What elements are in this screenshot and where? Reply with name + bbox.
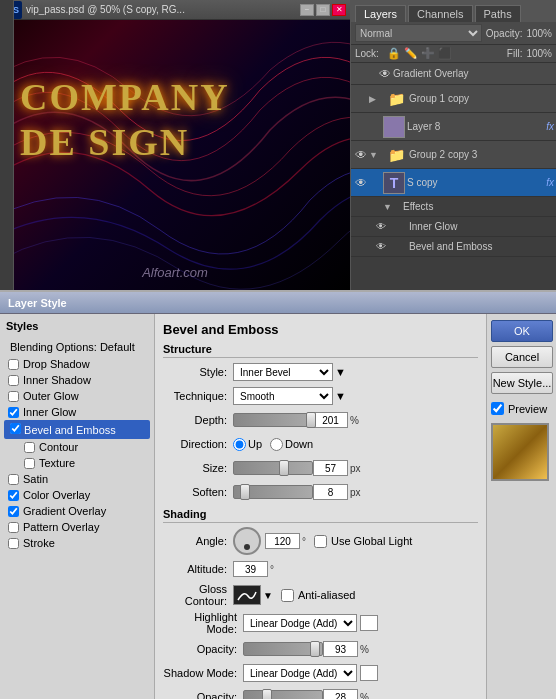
shadow-mode-row: Shadow Mode: Linear Dodge (Add): [163, 663, 478, 683]
blend-mode-select[interactable]: Normal: [355, 24, 482, 42]
preview-checkbox-label[interactable]: Preview: [491, 402, 552, 415]
style-checkbox-pattern-overlay[interactable]: Pattern Overlay: [4, 519, 150, 535]
layer-eye-group1[interactable]: [353, 91, 369, 107]
style-select[interactable]: Inner Bevel: [233, 363, 333, 381]
style-checkbox-inner-shadow[interactable]: Inner Shadow: [4, 372, 150, 388]
styles-sidebar: Styles Blending Options: Default Drop Sh…: [0, 314, 155, 699]
checkbox-stroke[interactable]: [8, 538, 19, 549]
depth-value[interactable]: 201: [313, 412, 348, 428]
layer-name-layer8: Layer 8: [407, 121, 544, 132]
layer-eye-gradient[interactable]: 👁: [377, 66, 393, 82]
depth-label: Depth:: [163, 414, 233, 426]
effect-eye-bevel-emboss[interactable]: 👁: [373, 239, 389, 255]
checkbox-color-overlay[interactable]: [8, 490, 19, 501]
direction-down-label[interactable]: Down: [270, 438, 313, 451]
highlight-opacity-value[interactable]: 93: [323, 641, 358, 657]
checkbox-outer-glow[interactable]: [8, 391, 19, 402]
angle-value[interactable]: 120: [265, 533, 300, 549]
highlight-opacity-slider[interactable]: [243, 642, 323, 656]
direction-up-label[interactable]: Up: [233, 438, 262, 451]
dialog-buttons-panel: OK Cancel New Style... Preview: [486, 314, 556, 699]
tab-channels[interactable]: Channels: [408, 5, 472, 22]
effect-eye-inner-glow[interactable]: 👁: [373, 219, 389, 235]
soften-slider[interactable]: [233, 485, 313, 499]
soften-value[interactable]: 8: [313, 484, 348, 500]
style-item-bevel-emboss[interactable]: Bevel and Emboss: [4, 420, 150, 439]
checkbox-pattern-overlay[interactable]: [8, 522, 19, 533]
layer-row-scopy[interactable]: 👁 T S copy fx: [351, 169, 556, 197]
checkbox-drop-shadow[interactable]: [8, 359, 19, 370]
soften-slider-thumb: [240, 484, 250, 500]
anti-aliased-checkbox[interactable]: [281, 589, 294, 602]
expand-group2[interactable]: ▼: [369, 150, 383, 160]
layer-eye-group2[interactable]: 👁: [353, 147, 369, 163]
soften-label: Soften:: [163, 486, 233, 498]
size-value[interactable]: 57: [313, 460, 348, 476]
style-checkbox-inner-glow[interactable]: Inner Glow: [4, 404, 150, 420]
layer-row-gradient-overlay[interactable]: 👁 Gradient Overlay: [351, 63, 556, 85]
maximize-button[interactable]: □: [316, 4, 330, 16]
altitude-value[interactable]: 39: [233, 561, 268, 577]
layer-thumb-scopy: T: [383, 172, 405, 194]
layer-row-layer8[interactable]: Layer 8 fx: [351, 113, 556, 141]
tab-paths[interactable]: Paths: [475, 5, 521, 22]
checkbox-satin[interactable]: [8, 474, 19, 485]
technique-select[interactable]: Smooth: [233, 387, 333, 405]
size-slider[interactable]: [233, 461, 313, 475]
style-checkbox-contour[interactable]: Contour: [4, 439, 150, 455]
global-light-checkbox[interactable]: [314, 535, 327, 548]
new-style-button[interactable]: New Style...: [491, 372, 553, 394]
gloss-contour-box[interactable]: [233, 585, 261, 605]
layer-eye-layer8[interactable]: [353, 119, 369, 135]
effect-row-inner-glow[interactable]: 👁 Inner Glow: [351, 217, 556, 237]
shadow-mode-select[interactable]: Linear Dodge (Add): [243, 664, 357, 682]
anti-aliased-text: Anti-aliased: [298, 589, 355, 601]
expand-group1[interactable]: ▶: [369, 94, 383, 104]
layer-row-group2[interactable]: 👁 ▼ 📁 Group 2 copy 3: [351, 141, 556, 169]
layer-thumb-group2: 📁: [385, 144, 407, 166]
style-checkbox-texture[interactable]: Texture: [4, 455, 150, 471]
layers-panel: Layers Channels Paths Normal Opacity: 10…: [350, 0, 556, 290]
ok-button[interactable]: OK: [491, 320, 553, 342]
preview-thumbnail: [491, 423, 549, 481]
style-checkbox-drop-shadow[interactable]: Drop Shadow: [4, 356, 150, 372]
shadow-color-swatch[interactable]: [360, 665, 378, 681]
shadow-opacity-slider[interactable]: [243, 690, 323, 699]
checkbox-texture[interactable]: [24, 458, 35, 469]
close-button[interactable]: ✕: [332, 4, 346, 16]
style-checkbox-gradient-overlay[interactable]: Gradient Overlay: [4, 503, 150, 519]
checkbox-gradient-overlay[interactable]: [8, 506, 19, 517]
layer-eye-scopy[interactable]: 👁: [353, 175, 369, 191]
checkbox-bevel-emboss[interactable]: [10, 423, 21, 434]
effect-row-bevel-emboss[interactable]: 👁 Bevel and Emboss: [351, 237, 556, 257]
cancel-button[interactable]: Cancel: [491, 346, 553, 368]
shadow-opacity-value[interactable]: 28: [323, 689, 358, 699]
style-item-blending[interactable]: Blending Options: Default: [4, 338, 150, 356]
minimize-button[interactable]: −: [300, 4, 314, 16]
window-buttons[interactable]: − □ ✕: [300, 4, 346, 16]
checkbox-inner-shadow[interactable]: [8, 375, 19, 386]
tab-layers[interactable]: Layers: [355, 5, 406, 22]
style-checkbox-satin[interactable]: Satin: [4, 471, 150, 487]
checkbox-contour[interactable]: [24, 442, 35, 453]
angle-circle[interactable]: [233, 527, 261, 555]
global-light-label[interactable]: Use Global Light: [314, 535, 412, 548]
layers-tabs: Layers Channels Paths: [351, 0, 556, 22]
direction-down-radio[interactable]: [270, 438, 283, 451]
lock-label: Lock:: [355, 48, 379, 59]
layer-row-group1[interactable]: ▶ 📁 Group 1 copy: [351, 85, 556, 113]
style-checkbox-outer-glow[interactable]: Outer Glow: [4, 388, 150, 404]
style-checkbox-color-overlay[interactable]: Color Overlay: [4, 487, 150, 503]
style-checkbox-stroke[interactable]: Stroke: [4, 535, 150, 551]
direction-up-radio[interactable]: [233, 438, 246, 451]
direction-row: Direction: Up Down: [163, 434, 478, 454]
depth-slider[interactable]: [233, 413, 313, 427]
effect-name-inner-glow: Inner Glow: [409, 221, 457, 232]
contour-dropdown-arrow[interactable]: ▼: [263, 590, 273, 601]
checkbox-inner-glow[interactable]: [8, 407, 19, 418]
highlight-color-swatch[interactable]: [360, 615, 378, 631]
anti-aliased-label[interactable]: Anti-aliased: [281, 589, 355, 602]
global-light-text: Use Global Light: [331, 535, 412, 547]
highlight-mode-select[interactable]: Linear Dodge (Add): [243, 614, 357, 632]
preview-checkbox[interactable]: [491, 402, 504, 415]
